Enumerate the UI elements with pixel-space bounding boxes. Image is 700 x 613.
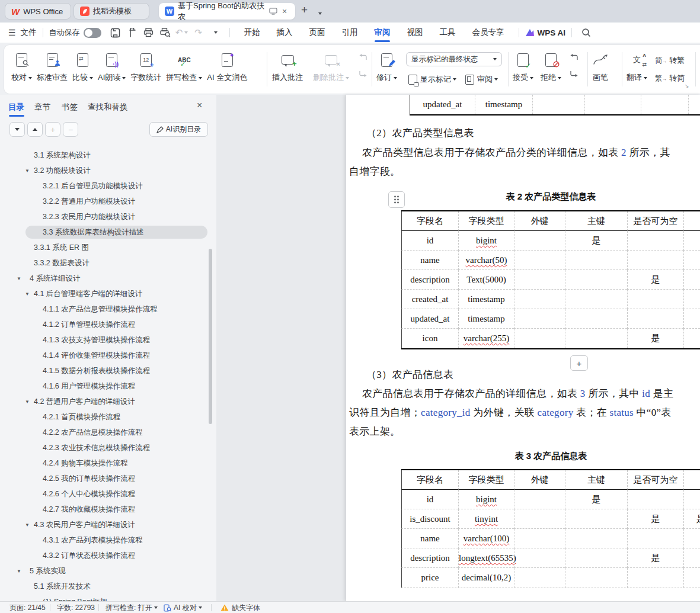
table-cell[interactable]: 是 <box>565 231 627 251</box>
table-cell[interactable] <box>627 251 683 270</box>
menu-reference[interactable]: 引用 <box>334 23 366 43</box>
doc-paragraph-line[interactable]: 识符且为自增；category_id 为外键，关联 category 表；在 s… <box>349 406 672 419</box>
toc-item[interactable]: 3.2.1 后台管理员功能模块设计 <box>0 178 216 194</box>
next-comment-icon[interactable] <box>357 69 368 77</box>
table-cell[interactable] <box>514 290 565 309</box>
new-tab-plus-icon[interactable]: + <box>301 4 308 17</box>
table-cell[interactable] <box>565 548 627 568</box>
table-cell[interactable] <box>683 490 700 509</box>
table-cell[interactable]: name <box>401 529 458 548</box>
toc-item[interactable]: 4.1.6 用户管理模块操作流程 <box>0 378 216 394</box>
ai-polish-button[interactable]: ✦ AI 全文润色 <box>207 45 247 94</box>
toc-collapse-arrow-icon[interactable]: ▼ <box>25 399 30 405</box>
table-cell[interactable]: icon <box>401 329 458 348</box>
document-page[interactable]: updated_attimestamp （2）农产品类型信息表 农产品类型信息表… <box>346 95 700 601</box>
toc-item[interactable]: 3.3.1 系统 ER 图 <box>0 240 216 255</box>
table-cell[interactable] <box>683 568 700 588</box>
word-count-button[interactable]: 12+ 字数统计 <box>130 45 161 94</box>
table-cell[interactable] <box>627 529 683 548</box>
menu-tools[interactable]: 工具 <box>431 23 464 43</box>
table-cell[interactable] <box>514 329 565 348</box>
table-cell[interactable] <box>514 251 565 270</box>
table-cell[interactable] <box>514 529 565 548</box>
spell-check-button[interactable]: ABC✓ 拼写检查 <box>166 45 202 94</box>
translate-button[interactable]: 文A⇄ 翻译 <box>627 45 647 94</box>
table-header-cell[interactable]: 字段类型 <box>458 211 514 231</box>
table-cell[interactable] <box>683 329 700 348</box>
markup-state-select[interactable]: 显示标记的最终状态 <box>406 52 502 66</box>
table-cell[interactable] <box>532 95 584 114</box>
table-cell[interactable]: bigint <box>458 490 514 509</box>
table-cell[interactable]: updated_at <box>401 309 458 329</box>
table-cell[interactable]: description <box>401 270 458 290</box>
table-cell[interactable]: id <box>401 490 458 509</box>
table-cell[interactable]: 是 <box>683 509 700 529</box>
brush-button[interactable]: 画笔 <box>593 45 608 94</box>
accept-change-button[interactable]: ✓ 接受 <box>513 45 533 94</box>
table-header-cell[interactable]: 字段类型 <box>458 470 514 490</box>
table-cell[interactable] <box>683 231 700 251</box>
toc-item[interactable]: (1) Spring Boot框架 <box>0 594 216 601</box>
hamburger-icon[interactable]: ☰ <box>8 28 16 37</box>
proofread-button[interactable]: 校对 <box>11 45 32 94</box>
doc-paragraph-line[interactable]: 农产品信息表用于存储农产品的详细信息，如表 3 所示，其中 id 是主 <box>362 387 673 400</box>
table-cell[interactable] <box>514 568 565 588</box>
table-cell[interactable] <box>565 509 627 529</box>
table3[interactable]: 字段名字段类型外键主键是否可为空idbigint是is_discounttiny… <box>401 469 700 588</box>
track-changes-button[interactable]: 修订 <box>376 45 397 94</box>
toc-item[interactable]: 4.2.4 购物车模块操作流程 <box>0 455 216 471</box>
collapse-all-button[interactable] <box>9 122 25 137</box>
table-cell[interactable] <box>514 548 565 568</box>
table-cell[interactable]: price <box>401 568 458 588</box>
table-cell[interactable] <box>565 309 627 329</box>
menu-home[interactable]: 开始 <box>236 23 269 43</box>
autosave-toggle[interactable] <box>84 28 101 38</box>
zoom-in-button[interactable]: + <box>45 122 60 137</box>
missing-font-warning[interactable]: 缺失字体 <box>220 602 260 613</box>
toc-item[interactable]: 5.1 系统开发技术 <box>0 579 216 594</box>
table-cell[interactable] <box>514 270 565 290</box>
insert-row-plus-button[interactable]: + <box>570 355 588 371</box>
toc-item[interactable]: 3.2.2 普通用户功能模块设计 <box>0 194 216 209</box>
toc-item[interactable]: 4.1.3 农技支持管理模块操作流程 <box>0 332 216 348</box>
table-cell[interactable] <box>514 231 565 251</box>
toc-item[interactable]: 4.2.2 农产品信息模块操作流程 <box>0 425 216 440</box>
table-cell[interactable]: is_discount <box>401 509 458 529</box>
close-sidebar-icon[interactable]: × <box>197 100 202 111</box>
menu-review-active[interactable]: 审阅 <box>366 23 399 43</box>
file-menu[interactable]: 文件 <box>21 27 37 38</box>
toc-item[interactable]: 3.3.2 数据表设计 <box>0 255 216 271</box>
page-indicator[interactable]: 页面: 21/45 <box>9 602 46 613</box>
table-cell[interactable] <box>514 490 565 509</box>
table-cell[interactable]: name <box>401 251 458 270</box>
zoom-out-button[interactable]: − <box>63 122 78 137</box>
table-cell[interactable]: timestamp <box>458 309 514 329</box>
ai-proofread-status[interactable]: AI 校对 <box>164 602 202 613</box>
close-icon[interactable]: × <box>282 7 287 16</box>
table2[interactable]: 字段名字段类型外键主键是否可为空idbigint是namevarchar(50)… <box>401 210 700 349</box>
toolbar-more-chevron-icon[interactable] <box>207 26 223 39</box>
toc-item[interactable]: ▼3.2 功能模块设计 <box>0 163 216 178</box>
table-cell[interactable] <box>565 251 627 270</box>
table-cell[interactable] <box>514 309 565 329</box>
dialog-launcher-icon[interactable]: ↘ <box>685 83 689 89</box>
doc-paragraph-line[interactable]: 自增字段。 <box>349 165 401 178</box>
table-cell[interactable] <box>565 329 627 348</box>
toc-item[interactable]: 3.3 系统数据库表结构设计描述 <box>0 224 216 240</box>
toc-collapse-arrow-icon[interactable]: ▼ <box>17 276 21 281</box>
next-change-icon[interactable] <box>568 69 579 77</box>
standard-review-button[interactable]: 标准审查 <box>37 45 68 94</box>
doc-paragraph-line[interactable]: 表示上架。 <box>349 425 401 438</box>
ai-read-aloud-button[interactable]: ·)) AI朗读 <box>98 45 126 94</box>
export-pdf-icon[interactable] <box>124 26 140 39</box>
table-cell[interactable] <box>683 548 700 568</box>
table2-caption[interactable]: 表 2 农产品类型信息表 <box>401 191 700 203</box>
insert-comment-button[interactable]: + 插入批注 <box>272 45 303 94</box>
toc-item[interactable]: 4.2.3 农业技术信息模块操作流程 <box>0 440 216 455</box>
table-header-cell[interactable]: 字段名 <box>401 470 458 490</box>
word-count-indicator[interactable]: 字数: 22793 <box>57 602 95 613</box>
doc-heading-3[interactable]: （3）农产品信息表 <box>366 368 453 381</box>
table3-caption[interactable]: 表 3 农产品信息表 <box>401 451 700 462</box>
table-cell[interactable] <box>627 309 683 329</box>
previous-change-icon[interactable] <box>568 53 579 61</box>
